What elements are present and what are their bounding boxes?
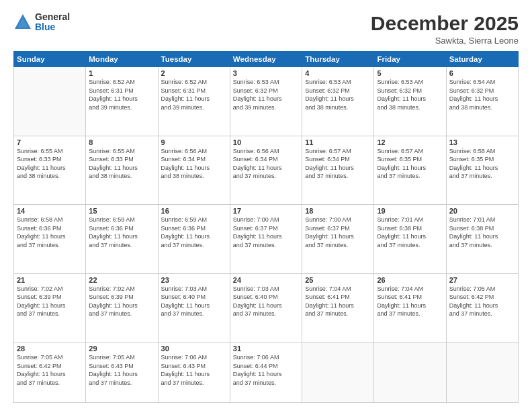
day-header-thursday: Thursday [302,52,374,67]
calendar-cell [14,67,86,136]
calendar-cell: 10Sunrise: 6:56 AMSunset: 6:34 PMDayligh… [230,136,302,205]
week-row-4: 28Sunrise: 7:05 AMSunset: 6:42 PMDayligh… [14,342,519,403]
cell-info: Sunrise: 6:53 AMSunset: 6:32 PMDaylight:… [377,78,443,111]
calendar-cell: 16Sunrise: 6:59 AMSunset: 6:36 PMDayligh… [158,205,230,274]
day-number: 27 [449,276,515,284]
calendar-cell: 7Sunrise: 6:55 AMSunset: 6:33 PMDaylight… [14,136,86,205]
logo-icon [13,13,32,32]
cell-info: Sunrise: 6:56 AMSunset: 6:34 PMDaylight:… [161,147,227,181]
calendar-cell: 4Sunrise: 6:53 AMSunset: 6:32 PMDaylight… [302,67,374,136]
cell-info: Sunrise: 6:57 AMSunset: 6:34 PMDaylight:… [305,147,371,181]
calendar-cell [374,342,446,403]
cell-info: Sunrise: 6:52 AMSunset: 6:31 PMDaylight:… [89,78,154,111]
cell-info: Sunrise: 7:06 AMSunset: 6:43 PMDaylight:… [161,353,227,387]
day-header-saturday: Saturday [446,52,518,67]
day-number: 20 [449,207,515,215]
cell-info: Sunrise: 7:05 AMSunset: 6:43 PMDaylight:… [89,353,154,387]
calendar-cell: 17Sunrise: 7:00 AMSunset: 6:37 PMDayligh… [230,205,302,274]
calendar-cell: 24Sunrise: 7:03 AMSunset: 6:40 PMDayligh… [230,273,302,342]
day-number: 13 [449,138,515,146]
cell-info: Sunrise: 7:06 AMSunset: 6:44 PMDaylight:… [233,353,299,387]
cell-info: Sunrise: 7:02 AMSunset: 6:39 PMDaylight:… [17,285,83,318]
day-number: 14 [17,207,83,215]
cell-info: Sunrise: 6:53 AMSunset: 6:32 PMDaylight:… [233,78,299,111]
cell-info: Sunrise: 7:05 AMSunset: 6:42 PMDaylight:… [449,285,515,318]
day-number: 6 [449,69,515,77]
calendar-cell [302,342,374,403]
day-header-monday: Monday [86,52,158,67]
calendar-cell: 27Sunrise: 7:05 AMSunset: 6:42 PMDayligh… [446,273,518,342]
day-number: 1 [89,69,154,77]
cell-info: Sunrise: 6:59 AMSunset: 6:36 PMDaylight:… [161,216,227,249]
calendar-cell: 6Sunrise: 6:54 AMSunset: 6:32 PMDaylight… [446,67,518,136]
day-number: 18 [305,207,371,215]
cell-info: Sunrise: 6:58 AMSunset: 6:35 PMDaylight:… [449,147,515,181]
month-title: December 2025 [371,12,519,35]
calendar-cell: 9Sunrise: 6:56 AMSunset: 6:34 PMDaylight… [158,136,230,205]
day-number: 3 [233,69,299,77]
cell-info: Sunrise: 6:55 AMSunset: 6:33 PMDaylight:… [17,147,83,181]
cell-info: Sunrise: 6:52 AMSunset: 6:31 PMDaylight:… [161,78,227,111]
cell-info: Sunrise: 7:02 AMSunset: 6:39 PMDaylight:… [89,285,154,318]
calendar-cell: 30Sunrise: 7:06 AMSunset: 6:43 PMDayligh… [158,342,230,403]
day-number: 26 [377,276,443,284]
cell-info: Sunrise: 7:00 AMSunset: 6:37 PMDaylight:… [233,216,299,249]
calendar-cell: 19Sunrise: 7:01 AMSunset: 6:38 PMDayligh… [374,205,446,274]
day-number: 8 [89,138,154,146]
day-number: 11 [305,138,371,146]
calendar-cell: 21Sunrise: 7:02 AMSunset: 6:39 PMDayligh… [14,273,86,342]
header: General Blue December 2025 Sawkta, Sierr… [13,12,519,46]
week-row-0: 1Sunrise: 6:52 AMSunset: 6:31 PMDaylight… [14,67,519,136]
day-number: 30 [161,345,227,353]
calendar-cell: 2Sunrise: 6:52 AMSunset: 6:31 PMDaylight… [158,67,230,136]
day-header-wednesday: Wednesday [230,52,302,67]
calendar-cell [446,342,518,403]
logo: General Blue [13,12,70,33]
calendar-cell: 22Sunrise: 7:02 AMSunset: 6:39 PMDayligh… [86,273,158,342]
logo-general-text: General [35,12,70,22]
day-number: 23 [161,276,227,284]
logo-text: General Blue [35,12,70,33]
calendar-cell: 29Sunrise: 7:05 AMSunset: 6:43 PMDayligh… [86,342,158,403]
cell-info: Sunrise: 7:04 AMSunset: 6:41 PMDaylight:… [305,285,371,318]
cell-info: Sunrise: 6:54 AMSunset: 6:32 PMDaylight:… [449,78,515,111]
day-number: 4 [305,69,371,77]
cell-info: Sunrise: 6:59 AMSunset: 6:36 PMDaylight:… [89,216,154,249]
day-number: 12 [377,138,443,146]
day-number: 29 [89,345,154,353]
day-number: 21 [17,276,83,284]
calendar-cell: 15Sunrise: 6:59 AMSunset: 6:36 PMDayligh… [86,205,158,274]
day-number: 31 [233,345,299,353]
calendar-cell: 23Sunrise: 7:03 AMSunset: 6:40 PMDayligh… [158,273,230,342]
calendar-cell: 14Sunrise: 6:58 AMSunset: 6:36 PMDayligh… [14,205,86,274]
cell-info: Sunrise: 6:56 AMSunset: 6:34 PMDaylight:… [233,147,299,181]
day-header-friday: Friday [374,52,446,67]
calendar-cell: 1Sunrise: 6:52 AMSunset: 6:31 PMDaylight… [86,67,158,136]
calendar-cell: 8Sunrise: 6:55 AMSunset: 6:33 PMDaylight… [86,136,158,205]
cell-info: Sunrise: 6:57 AMSunset: 6:35 PMDaylight:… [377,147,443,181]
calendar-cell: 3Sunrise: 6:53 AMSunset: 6:32 PMDaylight… [230,67,302,136]
calendar-cell: 31Sunrise: 7:06 AMSunset: 6:44 PMDayligh… [230,342,302,403]
day-number: 7 [17,138,83,146]
calendar-cell: 18Sunrise: 7:00 AMSunset: 6:37 PMDayligh… [302,205,374,274]
day-number: 15 [89,207,154,215]
cell-info: Sunrise: 7:00 AMSunset: 6:37 PMDaylight:… [305,216,371,249]
cell-info: Sunrise: 6:58 AMSunset: 6:36 PMDaylight:… [17,216,83,249]
cell-info: Sunrise: 7:04 AMSunset: 6:41 PMDaylight:… [377,285,443,318]
calendar-cell: 26Sunrise: 7:04 AMSunset: 6:41 PMDayligh… [374,273,446,342]
calendar-cell: 11Sunrise: 6:57 AMSunset: 6:34 PMDayligh… [302,136,374,205]
day-number: 16 [161,207,227,215]
day-number: 28 [17,345,83,353]
logo-blue-text: Blue [35,22,70,32]
week-row-2: 14Sunrise: 6:58 AMSunset: 6:36 PMDayligh… [14,205,519,274]
calendar-cell: 25Sunrise: 7:04 AMSunset: 6:41 PMDayligh… [302,273,374,342]
calendar-table: SundayMondayTuesdayWednesdayThursdayFrid… [13,51,519,403]
day-number: 10 [233,138,299,146]
title-area: December 2025 Sawkta, Sierra Leone [371,12,519,46]
calendar-cell: 20Sunrise: 7:01 AMSunset: 6:38 PMDayligh… [446,205,518,274]
cell-info: Sunrise: 6:55 AMSunset: 6:33 PMDaylight:… [89,147,154,181]
day-number: 9 [161,138,227,146]
page: General Blue December 2025 Sawkta, Sierr… [0,0,532,411]
calendar-cell: 13Sunrise: 6:58 AMSunset: 6:35 PMDayligh… [446,136,518,205]
day-number: 2 [161,69,227,77]
